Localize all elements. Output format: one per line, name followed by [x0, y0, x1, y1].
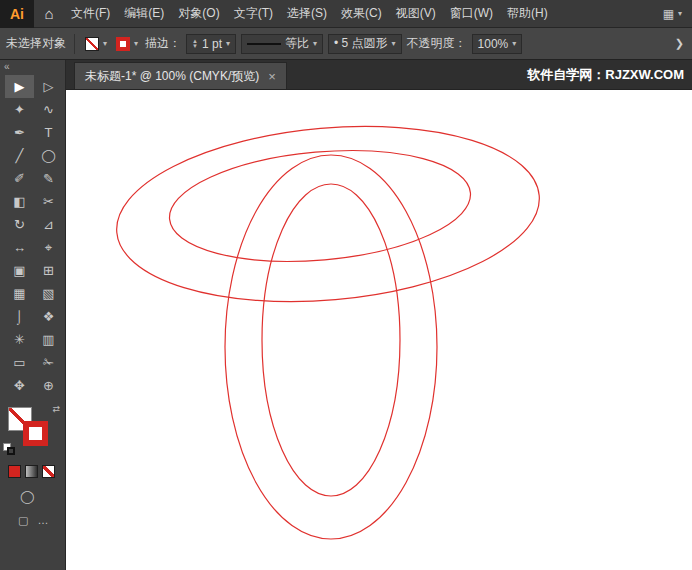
gradient-button[interactable] [25, 465, 38, 478]
pen-tool[interactable]: ✒ [5, 121, 34, 144]
color-mode-buttons [8, 465, 65, 478]
brush-definition-value: • 5 点圆形 [334, 35, 388, 52]
menu-item[interactable]: 帮助(H) [500, 0, 555, 27]
edit-toolbar-icon[interactable]: … [37, 514, 48, 527]
app-logo[interactable]: Ai [0, 0, 34, 28]
stroke-weight-input[interactable]: ▲▼ 1 pt ▾ [186, 34, 236, 54]
none-button[interactable] [42, 465, 55, 478]
workspace-grid-icon: ▦ [663, 7, 674, 21]
lasso-tool[interactable]: ∿ [34, 98, 63, 121]
document-tab[interactable]: 未标题-1* @ 100% (CMYK/预览) × [74, 62, 287, 89]
chevron-down-icon: ▾ [134, 40, 138, 48]
blend-tool[interactable]: ❖ [34, 305, 63, 328]
symbol-sprayer-tool[interactable]: ✳ [5, 328, 34, 351]
tool-grid: ▶▷✦∿✒T╱◯✐✎◧✂↻⊿↔⌖▣⊞▦▧⌡❖✳▥▭✁✥⊕ [5, 75, 65, 397]
scale-tool[interactable]: ⊿ [34, 213, 63, 236]
divider [74, 34, 75, 54]
draw-mode-button[interactable]: ◯ [20, 490, 65, 504]
menu-item[interactable]: 对象(O) [171, 0, 226, 27]
chevron-down-icon: ▾ [392, 40, 396, 48]
artboard-tool[interactable]: ▭ [5, 351, 34, 374]
brush-definition-dropdown[interactable]: • 5 点圆形 ▾ [328, 34, 402, 54]
eraser-tool[interactable]: ◧ [5, 190, 34, 213]
gradient-tool[interactable]: ▧ [34, 282, 63, 305]
stroke-weight-label: 描边： [145, 35, 181, 52]
ellipse-tool[interactable]: ◯ [34, 144, 63, 167]
line-segment-tool[interactable]: ╱ [5, 144, 34, 167]
pencil-tool[interactable]: ✎ [34, 167, 63, 190]
zoom-tool[interactable]: ⊕ [34, 374, 63, 397]
hand-tool[interactable]: ✥ [5, 374, 34, 397]
magic-wand-tool[interactable]: ✦ [5, 98, 34, 121]
control-bar-overflow-arrow[interactable]: ❯ [675, 37, 686, 50]
fill-none-swatch [85, 37, 99, 51]
slice-tool[interactable]: ✁ [34, 351, 63, 374]
perspective-grid-tool[interactable]: ⊞ [34, 259, 63, 282]
chevron-down-icon: ▾ [103, 40, 107, 48]
chevron-down-icon: ▾ [313, 40, 317, 48]
menu-item[interactable]: 选择(S) [280, 0, 334, 27]
fill-color-dropdown[interactable]: ▾ [83, 34, 109, 54]
width-tool[interactable]: ↔ [5, 236, 34, 259]
menu-list: 文件(F)编辑(E)对象(O)文字(T)选择(S)效果(C)视图(V)窗口(W)… [64, 0, 555, 27]
outer-horizontal-ellipse[interactable] [109, 110, 546, 318]
chevron-down-icon: ▾ [678, 10, 682, 18]
chevron-down-icon: ▾ [512, 40, 516, 48]
control-bar: 未选择对象 ▾ ▾ 描边： ▲▼ 1 pt ▾ 等比 ▾ • 5 点圆形 ▾ 不… [0, 28, 692, 60]
stepper-arrows-icon[interactable]: ▲▼ [192, 39, 198, 49]
illustrator-window: Ai ⌂ 文件(F)编辑(E)对象(O)文字(T)选择(S)效果(C)视图(V)… [0, 0, 692, 570]
stroke-color-swatch [116, 37, 130, 51]
work-area: « ▶▷✦∿✒T╱◯✐✎◧✂↻⊿↔⌖▣⊞▦▧⌡❖✳▥▭✁✥⊕ ⇄ ◯ ▢ … [0, 60, 692, 570]
width-profile-value: 等比 [285, 35, 309, 52]
width-profile-dropdown[interactable]: 等比 ▾ [241, 34, 323, 54]
close-icon[interactable]: × [268, 69, 276, 84]
scissors-tool[interactable]: ✂ [34, 190, 63, 213]
free-transform-tool[interactable]: ⌖ [34, 236, 63, 259]
stroke-profile-line-icon [247, 43, 281, 45]
opacity-label: 不透明度： [407, 35, 467, 52]
artboard-canvas[interactable] [66, 90, 692, 570]
artwork-svg [66, 90, 692, 570]
workspace-switcher[interactable]: ▦ ▾ [663, 7, 682, 21]
home-icon[interactable]: ⌂ [34, 5, 64, 22]
inner-vertical-ellipse[interactable] [262, 184, 400, 496]
stroke-swatch[interactable] [23, 421, 48, 446]
document-tab-bar: 未标题-1* @ 100% (CMYK/预览) × 软件自学网：RJZXW.CO… [66, 60, 692, 90]
document-tab-title: 未标题-1* @ 100% (CMYK/预览) [85, 68, 259, 85]
mesh-tool[interactable]: ▦ [5, 282, 34, 305]
selection-status: 未选择对象 [6, 35, 66, 52]
toolbar-bottom-icons: ▢ … [18, 514, 65, 527]
watermark-text: 软件自学网：RJZXW.COM [527, 60, 692, 89]
document-area: 未标题-1* @ 100% (CMYK/预览) × 软件自学网：RJZXW.CO… [66, 60, 692, 570]
menu-item[interactable]: 文件(F) [64, 0, 117, 27]
stroke-color-dropdown[interactable]: ▾ [114, 34, 140, 54]
selection-tool[interactable]: ▶ [5, 75, 34, 98]
menu-item[interactable]: 效果(C) [334, 0, 389, 27]
default-stroke-mini [7, 447, 15, 455]
swap-fill-stroke-icon[interactable]: ⇄ [52, 404, 60, 414]
menu-item[interactable]: 编辑(E) [117, 0, 171, 27]
screen-mode-icon[interactable]: ▢ [18, 514, 28, 527]
color-button[interactable] [8, 465, 21, 478]
column-graph-tool[interactable]: ▥ [34, 328, 63, 351]
menu-item[interactable]: 窗口(W) [443, 0, 500, 27]
direct-selection-tool[interactable]: ▷ [34, 75, 63, 98]
menu-bar: Ai ⌂ 文件(F)编辑(E)对象(O)文字(T)选择(S)效果(C)视图(V)… [0, 0, 692, 28]
stroke-weight-value: 1 pt [202, 37, 222, 51]
eyedropper-tool[interactable]: ⌡ [5, 305, 34, 328]
fill-stroke-control: ⇄ [8, 407, 58, 453]
rotate-tool[interactable]: ↻ [5, 213, 34, 236]
menu-item[interactable]: 文字(T) [227, 0, 280, 27]
tools-panel: « ▶▷✦∿✒T╱◯✐✎◧✂↻⊿↔⌖▣⊞▦▧⌡❖✳▥▭✁✥⊕ ⇄ ◯ ▢ … [0, 60, 66, 570]
outer-vertical-ellipse[interactable] [225, 155, 437, 539]
inner-horizontal-ellipse[interactable] [165, 139, 475, 273]
default-fill-stroke-icon[interactable] [3, 443, 16, 456]
paintbrush-tool[interactable]: ✐ [5, 167, 34, 190]
chevron-down-icon: ▾ [226, 40, 230, 48]
panel-collapse-icon[interactable]: « [0, 60, 65, 75]
menu-item[interactable]: 视图(V) [389, 0, 443, 27]
opacity-value: 100% [478, 37, 509, 51]
opacity-dropdown[interactable]: 100% ▾ [472, 34, 523, 54]
shape-builder-tool[interactable]: ▣ [5, 259, 34, 282]
type-tool[interactable]: T [34, 121, 63, 144]
